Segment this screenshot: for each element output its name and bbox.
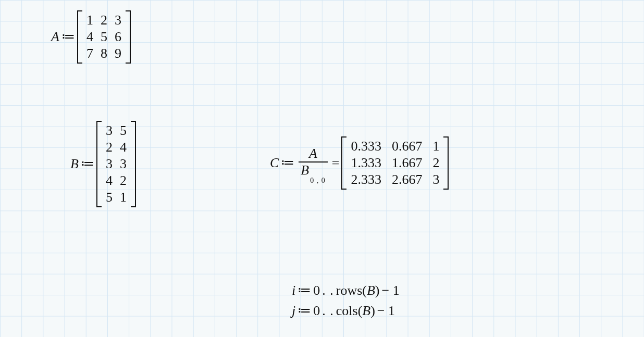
range-i-tail: − 1 bbox=[382, 283, 400, 298]
matrix-B-cell: 2 bbox=[106, 141, 113, 154]
matrix-A-cell: 6 bbox=[115, 30, 121, 44]
fraction-A-over-B00: A B0 , 0 bbox=[299, 147, 327, 179]
matrix-A-cell: 1 bbox=[86, 14, 93, 27]
range-j-fn: cols bbox=[336, 303, 358, 319]
paren-close: ) bbox=[370, 303, 375, 319]
definition-A: A ≔ 1 2 3 4 5 6 7 8 9 bbox=[51, 10, 131, 64]
range-i: i ≔ 0 . . rows ( B ) − 1 bbox=[292, 282, 400, 298]
definition-B: B ≔ 3 5 2 4 3 3 4 2 5 1 bbox=[70, 121, 136, 207]
matrix-C-cell: 0.667 bbox=[392, 140, 423, 153]
matrix-C-cell: 1.667 bbox=[392, 156, 423, 170]
frac-num: A bbox=[309, 146, 317, 161]
matrix-B-cell: 4 bbox=[106, 174, 113, 188]
matrix-A-cell: 2 bbox=[101, 14, 107, 27]
range-j-tail: − 1 bbox=[377, 303, 395, 319]
range-i-fn: rows bbox=[336, 283, 363, 298]
matrix-C-cell: 1 bbox=[432, 140, 439, 153]
matrix-C-cell: 3 bbox=[432, 173, 439, 186]
matrix-A-cell: 7 bbox=[86, 47, 93, 60]
matrix-A-cell: 3 bbox=[115, 14, 121, 27]
range-definitions: i ≔ 0 . . rows ( B ) − 1 j ≔ 0 . . cols … bbox=[292, 282, 400, 319]
matrix-C-cell: 1.333 bbox=[351, 156, 381, 170]
matrix-A-grid: 1 2 3 4 5 6 7 8 9 bbox=[83, 10, 125, 64]
matrix-A: 1 2 3 4 5 6 7 8 9 bbox=[77, 10, 131, 64]
definition-C: C ≔ A B0 , 0 = 0.333 0.667 1 1.333 1.667… bbox=[270, 136, 449, 190]
matrix-C: 0.333 0.667 1 1.333 1.667 2 2.333 2.667 … bbox=[341, 136, 449, 190]
assign-C: ≔ bbox=[281, 156, 294, 170]
var-j: j bbox=[292, 303, 295, 319]
matrix-B-cell: 2 bbox=[120, 174, 127, 188]
paren-open: ( bbox=[362, 283, 367, 298]
range-j: j ≔ 0 . . cols ( B ) − 1 bbox=[292, 303, 400, 319]
matrix-A-cell: 4 bbox=[86, 30, 93, 44]
var-C: C bbox=[270, 156, 279, 170]
range-i-dots: . . bbox=[322, 283, 334, 298]
range-j-start: 0 bbox=[313, 303, 320, 319]
range-i-start: 0 bbox=[313, 283, 320, 298]
matrix-C-cell: 0.333 bbox=[351, 140, 381, 153]
matrix-C-cell: 2.667 bbox=[392, 173, 423, 186]
matrix-B-cell: 3 bbox=[120, 157, 127, 171]
matrix-C-cell: 2.333 bbox=[351, 173, 381, 186]
assign-B: ≔ bbox=[81, 157, 94, 171]
matrix-B-cell: 3 bbox=[106, 124, 113, 138]
range-j-dots: . . bbox=[322, 303, 334, 319]
paren-open: ( bbox=[358, 303, 363, 319]
matrix-B-cell: 5 bbox=[106, 191, 113, 204]
assign-i: ≔ bbox=[298, 282, 311, 298]
matrix-B-cell: 3 bbox=[106, 157, 113, 171]
matrix-B-grid: 3 5 2 4 3 3 4 2 5 1 bbox=[103, 121, 130, 207]
var-A: A bbox=[51, 30, 59, 44]
var-B: B bbox=[70, 157, 79, 171]
assign-j: ≔ bbox=[298, 303, 311, 319]
matrix-B-cell: 5 bbox=[120, 124, 127, 138]
equals-C: = bbox=[332, 156, 340, 170]
matrix-C-cell: 2 bbox=[432, 156, 439, 170]
matrix-A-cell: 5 bbox=[101, 30, 107, 44]
paren-close: ) bbox=[375, 283, 380, 298]
var-i: i bbox=[292, 283, 295, 298]
matrix-A-cell: 8 bbox=[101, 47, 107, 60]
matrix-C-grid: 0.333 0.667 1 1.333 1.667 2 2.333 2.667 … bbox=[348, 136, 442, 190]
range-i-arg: B bbox=[367, 283, 375, 298]
matrix-B: 3 5 2 4 3 3 4 2 5 1 bbox=[96, 121, 136, 207]
matrix-B-cell: 1 bbox=[120, 191, 127, 204]
matrix-A-cell: 9 bbox=[115, 47, 121, 60]
matrix-B-cell: 4 bbox=[120, 141, 127, 154]
range-j-arg: B bbox=[362, 303, 370, 319]
frac-den-sub: 0 , 0 bbox=[310, 177, 326, 184]
assign-A: ≔ bbox=[61, 30, 75, 44]
frac-den-base: B bbox=[301, 163, 309, 178]
